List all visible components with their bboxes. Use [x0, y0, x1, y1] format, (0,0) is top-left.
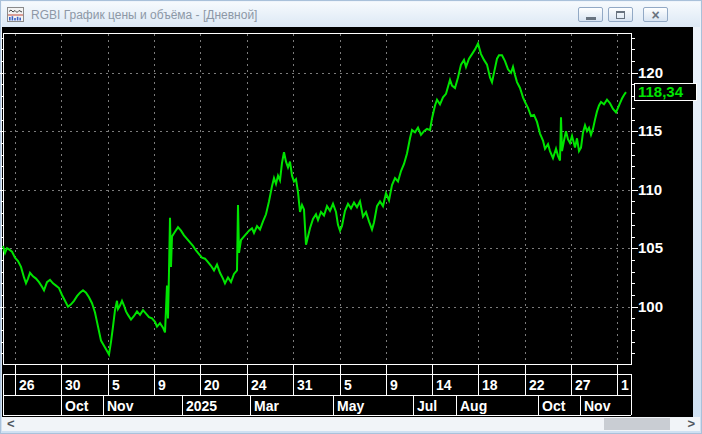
- restore-icon: [616, 11, 625, 19]
- scrollbar-thumb[interactable]: [604, 418, 670, 430]
- restore-button[interactable]: [608, 7, 633, 22]
- close-icon: ×: [651, 9, 659, 21]
- minimize-button[interactable]: [578, 7, 603, 22]
- price-volume-chart-icon: [7, 7, 24, 22]
- chart-window: RGBI График цены и объёма - [Дневной] × …: [0, 0, 702, 434]
- window-title: RGBI График цены и объёма - [Дневной]: [31, 8, 257, 22]
- last-price-badge: 118,34: [634, 83, 697, 101]
- h-scrollbar[interactable]: < >: [2, 417, 700, 431]
- scroll-left-button[interactable]: <: [7, 417, 15, 431]
- close-button[interactable]: ×: [643, 7, 668, 22]
- scroll-right-button[interactable]: >: [687, 417, 695, 431]
- chart-panel[interactable]: [2, 27, 693, 417]
- minimize-icon: [586, 17, 596, 20]
